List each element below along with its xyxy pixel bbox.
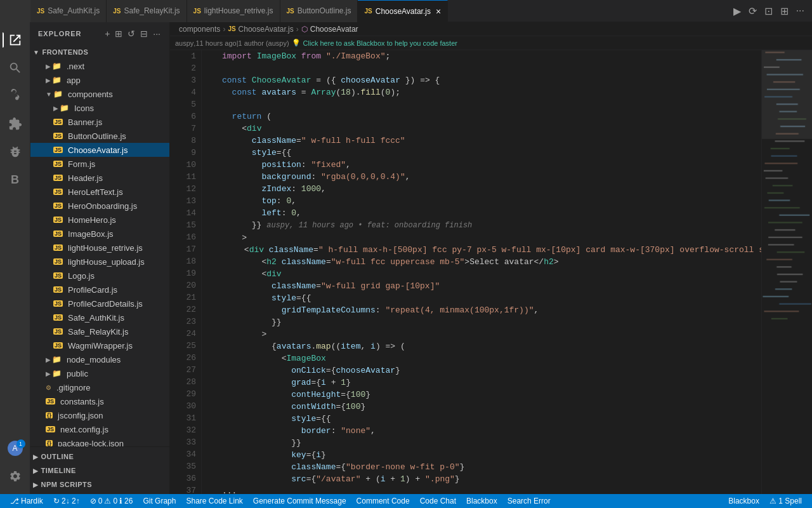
activity-debug[interactable]	[3, 139, 28, 164]
status-share-code[interactable]: Share Code Link	[181, 494, 247, 508]
tree-item-chooseavatar-js[interactable]: JSChooseAvatar.js	[30, 143, 169, 157]
status-errors[interactable]: ⊘ 0 ⚠ 0 ℹ 26	[85, 494, 138, 508]
tree-item-safe-authkit-js[interactable]: JSSafe_AuthKit.js	[30, 311, 169, 324]
section-frontends[interactable]: ▼FRONTENDS	[30, 45, 169, 59]
tree-item-profilecard-js[interactable]: JSProfileCard.js	[30, 283, 169, 297]
tree-item-imagebox-js[interactable]: JSImageBox.js	[30, 227, 169, 241]
maximize-button[interactable]: ⊞	[778, 4, 791, 18]
activity-source-control[interactable]	[3, 83, 28, 109]
tree-item-label: Safe_RelayKit.js	[68, 327, 128, 337]
js-file-icon: JS	[46, 426, 55, 432]
status-blackbox-right[interactable]: Blackbox	[723, 494, 764, 508]
activity-extensions[interactable]	[3, 111, 28, 137]
sync-text: ↻ 2↓ 2↑	[53, 497, 80, 505]
tree-item-next-config-js[interactable]: JSnext.config.js	[30, 422, 169, 436]
breadcrumb-symbol[interactable]: ChooseAvatar	[310, 25, 358, 34]
git-graph-label: Git Graph	[143, 497, 176, 505]
line-code: const avatars = Array(18).fill(0);	[222, 86, 761, 98]
more-button[interactable]: ···	[152, 27, 162, 40]
tree-item-safe-relaykit-js[interactable]: JSSafe_RelayKit.js	[30, 324, 169, 338]
new-folder-button[interactable]: ⊞	[114, 27, 124, 40]
tab-safe-authkit[interactable]: JSSafe_AuthKit.js	[30, 0, 107, 22]
tree-item-components[interactable]: ▼📁components	[30, 87, 169, 101]
breadcrumb-file[interactable]: ChooseAvatar.js	[239, 25, 294, 34]
tree-item-logo-js[interactable]: JSLogo.js	[30, 269, 169, 283]
tree-item-buttonoutline-js[interactable]: JSButtonOutline.js	[30, 129, 169, 143]
tree-item-public[interactable]: ▶📁public	[30, 366, 169, 380]
tab-safe-relaykit[interactable]: JSSafe_RelayKit.js	[107, 0, 187, 22]
code-chat-label: Code Chat	[420, 497, 456, 505]
status-sync[interactable]: ↻ 2↓ 2↑	[48, 494, 85, 508]
tab-close[interactable]: ×	[436, 7, 441, 16]
run-button[interactable]: ▶	[731, 4, 743, 18]
tree-item-label: Icons	[74, 104, 94, 113]
activity-avatar[interactable]: A 1	[3, 436, 28, 461]
activity-search[interactable]	[3, 55, 28, 81]
tree-item--gitignore[interactable]: ⚙.gitignore	[30, 380, 169, 394]
tree-item-label: Form.js	[68, 159, 95, 169]
tree-item-header-js[interactable]: JSHeader.js	[30, 171, 169, 185]
activity-explorer[interactable]	[3, 27, 28, 53]
tab-chooseavatar[interactable]: JSChooseAvatar.js×	[358, 0, 448, 22]
status-code-chat[interactable]: Code Chat	[415, 494, 461, 508]
tree-item-label: constants.js	[60, 397, 104, 406]
line-code: return (	[222, 110, 761, 123]
code-line-7: <div	[212, 123, 761, 135]
git-blame-inline: auspy, 11 hours ago • feat: onboarding f…	[266, 221, 472, 230]
breadcrumb-components[interactable]: components	[179, 25, 220, 34]
section-outline[interactable]: ▶ OUTLINE	[30, 450, 169, 464]
refresh-button[interactable]: ↺	[126, 27, 136, 40]
status-comment-code[interactable]: Comment Code	[351, 494, 415, 508]
git-file-icon: ⚙	[46, 384, 51, 391]
frontends-label: FRONTENDS	[42, 48, 88, 56]
tree-item-package-lock-json[interactable]: {}package-lock.json	[30, 436, 169, 446]
status-spell[interactable]: ⚠ 1 Spell	[764, 494, 807, 508]
tree-item-wagmiwrapper-js[interactable]: JSWagmiWrapper.js	[30, 338, 169, 352]
tree-item-label: WagmiWrapper.js	[68, 341, 133, 351]
js-file-icon: JS	[53, 272, 63, 279]
status-git-graph[interactable]: Git Graph	[138, 494, 181, 508]
tree-item-heroonboarding-js[interactable]: JSHeroOnboarding.js	[30, 199, 169, 213]
section-npm-scripts[interactable]: ▶ NPM SCRIPTS	[30, 478, 169, 491]
line-code: position: "fixed",	[222, 159, 761, 171]
tree-item--next[interactable]: ▶📁.next	[30, 59, 169, 73]
activity-settings[interactable]	[3, 464, 28, 489]
folder-arrow: ▶	[53, 105, 58, 112]
tree-item-label: Logo.js	[68, 271, 95, 281]
collapse-button[interactable]: ⊟	[139, 27, 149, 40]
tab-lighthouse-retrive[interactable]: JSlightHouse_retrive.js	[187, 0, 280, 22]
js-file-icon: JS	[53, 133, 63, 139]
code-line-17: <div className=" h-full max-h-[500px] fc…	[212, 244, 761, 256]
activity-b[interactable]: B	[3, 167, 28, 192]
tree-item-profilecarddetails-js[interactable]: JSProfileCardDetails.js	[30, 297, 169, 311]
new-file-button[interactable]: +	[103, 27, 111, 40]
tree-item-constants-js[interactable]: JSconstants.js	[30, 394, 169, 408]
tree-item-icons[interactable]: ▶📁Icons	[30, 101, 169, 115]
debug-button[interactable]: ⟳	[746, 4, 759, 18]
tree-item-banner-js[interactable]: JSBanner.js	[30, 115, 169, 129]
user-avatar[interactable]: A 1	[8, 441, 23, 456]
error-icon: ⊘	[90, 497, 96, 505]
blame-cta[interactable]: Click here to ask Blackbox to help you c…	[303, 39, 457, 47]
status-search-error[interactable]: Search Error	[502, 494, 556, 508]
breadcrumb-sep2: ›	[296, 25, 299, 34]
blame-author: auspy	[175, 39, 193, 47]
split-button[interactable]: ⊡	[762, 4, 775, 18]
tree-item-herolefttext-js[interactable]: JSHeroLeftText.js	[30, 185, 169, 199]
section-timeline[interactable]: ▶ TIMELINE	[30, 464, 169, 478]
activity-bar-top	[0, 0, 30, 22]
tree-item-app[interactable]: ▶📁app	[30, 73, 169, 87]
tree-item-homehero-js[interactable]: JSHomeHero.js	[30, 213, 169, 227]
status-commit-msg[interactable]: Generate Commit Message	[248, 494, 351, 508]
code-content[interactable]: import ImageBox from "./ImageBox"; const…	[202, 50, 761, 494]
status-git-branch[interactable]: ⎇ Hardik	[5, 494, 48, 508]
tree-item-jsconfig-json[interactable]: {}jsconfig.json	[30, 408, 169, 422]
tree-item-form-js[interactable]: JSForm.js	[30, 157, 169, 171]
status-blackbox-center[interactable]: Blackbox	[461, 494, 502, 508]
code-line-34: key={i}	[212, 449, 761, 461]
tree-item-lighthouse-upload-js[interactable]: JSlightHouse_upload.js	[30, 255, 169, 269]
tree-item-lighthouse-retrive-js[interactable]: JSlightHouse_retrive.js	[30, 241, 169, 255]
more-button[interactable]: ···	[794, 4, 807, 18]
tree-item-node-modules[interactable]: ▶📁node_modules	[30, 352, 169, 366]
tab-buttonoutline[interactable]: JSButtonOutline.js	[280, 0, 358, 22]
